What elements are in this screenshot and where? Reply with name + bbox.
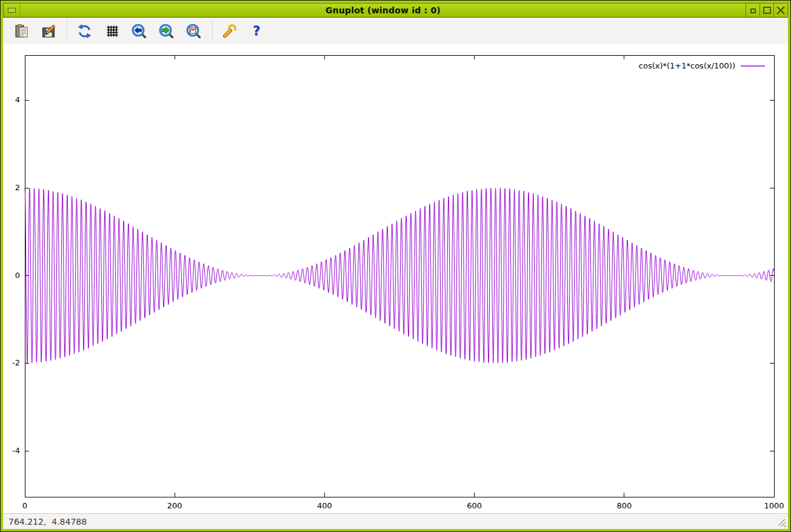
maximize-button[interactable] — [759, 4, 773, 17]
save-button[interactable] — [39, 22, 58, 40]
title-bar[interactable]: Gnuplot (window id : 0) — [3, 3, 788, 18]
status-bar: 764.212, 4.84788 — [3, 513, 788, 529]
svg-text:?: ? — [252, 24, 259, 38]
svg-text:400: 400 — [317, 501, 332, 510]
window-menu-icon — [8, 8, 16, 13]
svg-text:-4: -4 — [12, 446, 20, 455]
save-icon — [41, 23, 57, 39]
svg-text:200: 200 — [167, 501, 182, 510]
zoom-next-icon — [158, 23, 175, 39]
toggle-grid-icon — [104, 23, 121, 39]
zoom-previous-button[interactable] — [130, 22, 148, 40]
svg-text:0: 0 — [22, 501, 27, 510]
cursor-coordinates: 764.212, 4.84788 — [8, 517, 87, 527]
plot-area: 02004006008001000-4-2024cos(x)*(1+1*cos(… — [3, 44, 788, 513]
window-title: Gnuplot (window id : 0) — [21, 5, 746, 15]
svg-text:1000: 1000 — [764, 501, 784, 510]
configure-button[interactable] — [221, 22, 239, 40]
window-controls — [746, 4, 787, 17]
zoom-previous-icon — [131, 23, 147, 39]
configure-icon — [222, 23, 238, 39]
svg-text:600: 600 — [467, 501, 482, 510]
replot-icon — [76, 23, 93, 39]
maximize-icon — [763, 7, 771, 14]
plot-canvas[interactable]: 02004006008001000-4-2024cos(x)*(1+1*cos(… — [3, 44, 788, 513]
svg-text:0: 0 — [15, 271, 20, 280]
close-button[interactable] — [773, 4, 787, 17]
resize-grip[interactable] — [776, 517, 787, 528]
copy-to-clipboard-button[interactable] — [13, 22, 31, 40]
toolbar-separator — [212, 19, 213, 42]
svg-text:cos(x)*(1+1*cos(x/100)): cos(x)*(1+1*cos(x/100)) — [639, 61, 735, 70]
help-icon: ? ? — [249, 23, 265, 39]
toggle-grid-button[interactable] — [103, 22, 121, 40]
svg-text:4: 4 — [15, 95, 20, 104]
minimize-icon — [750, 8, 756, 13]
toolbar: ? ? — [3, 18, 788, 44]
svg-text:2: 2 — [15, 183, 20, 192]
svg-text:-2: -2 — [12, 358, 20, 367]
window-menu-button[interactable] — [4, 4, 21, 17]
minimize-button[interactable] — [746, 4, 759, 17]
toolbar-separator — [67, 19, 67, 42]
gnuplot-window: Gnuplot (window id : 0) — [0, 0, 791, 532]
close-icon — [776, 5, 786, 15]
zoom-reset-button[interactable] — [184, 22, 202, 40]
zoom-next-button[interactable] — [157, 22, 175, 40]
copy-to-clipboard-icon — [14, 23, 30, 39]
svg-text:800: 800 — [616, 501, 632, 510]
zoom-reset-icon — [185, 23, 202, 39]
help-button[interactable]: ? ? — [247, 22, 265, 40]
replot-button[interactable] — [75, 22, 93, 40]
